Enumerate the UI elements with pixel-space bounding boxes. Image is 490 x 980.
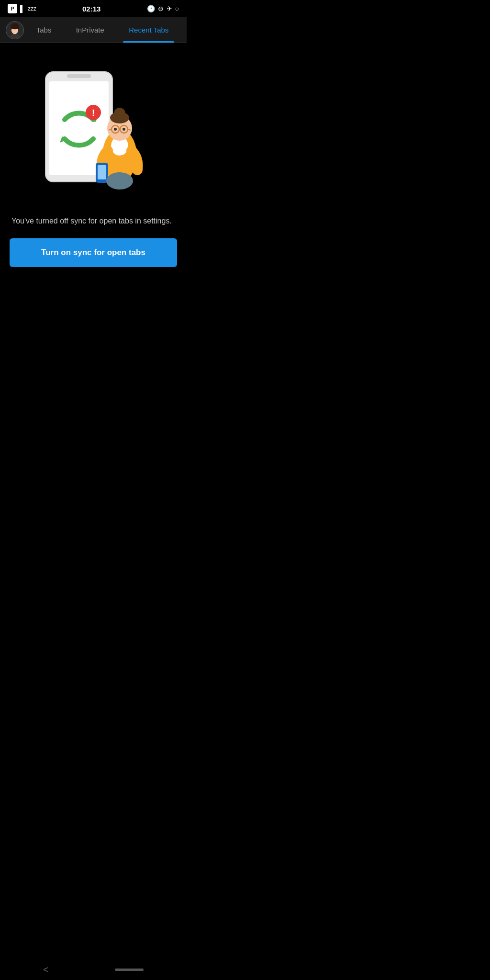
svg-point-23 [114,128,117,131]
pocket-icon: P [8,4,17,13]
status-left: P ▌ zzz [8,4,36,13]
sleep-icon: zzz [28,5,36,12]
battery-icon: ▌ [20,5,25,12]
svg-rect-26 [98,165,106,179]
status-bar: P ▌ zzz 02:13 🕐 ⊖ ✈ ○ [0,0,187,17]
svg-rect-7 [67,74,91,78]
airplane-icon: ✈ [167,5,172,12]
turn-on-sync-button[interactable]: Turn on sync for open tabs [10,238,177,267]
tab-inprivate[interactable]: InPrivate [70,17,110,43]
minus-circle-icon: ⊖ [158,5,164,12]
tab-tabs[interactable]: Tabs [31,17,57,43]
illustration: ! [31,62,156,196]
status-time: 02:13 [82,5,100,13]
alarm-icon: 🕐 [147,5,155,12]
svg-text:!: ! [92,108,95,118]
svg-point-27 [106,172,133,189]
tab-recent-tabs[interactable]: Recent Tabs [123,17,174,43]
svg-point-24 [122,128,125,131]
svg-point-5 [11,25,19,29]
svg-point-17 [114,108,125,119]
main-content: ! [0,43,187,383]
circle-icon: ○ [175,5,179,12]
tabs-container: Tabs InPrivate Recent Tabs [24,17,181,43]
nav-bar: Tabs InPrivate Recent Tabs [0,17,187,43]
sync-message-text: You've turned off sync for open tabs in … [10,215,177,227]
avatar[interactable] [6,21,24,39]
status-right: 🕐 ⊖ ✈ ○ [147,5,179,12]
